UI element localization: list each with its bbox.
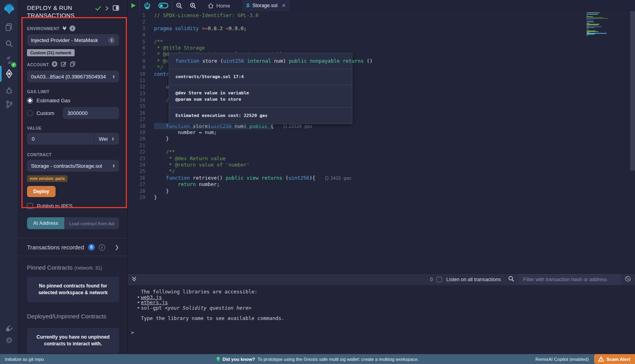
environment-info-icon[interactable]: i (69, 25, 75, 31)
account-stepper-icon: ▲▼ (111, 75, 115, 79)
icon-rail: ✓ ⚙ (0, 0, 18, 354)
git-init-button[interactable]: Initialize as git repo (5, 357, 44, 362)
at-address-button[interactable]: At Address (27, 217, 64, 229)
remix-logo-icon[interactable] (0, 1, 18, 17)
line-numbers: 1234567891011121314151617181920212223242… (128, 12, 154, 201)
code-line (154, 32, 351, 38)
editor-toolbar: Home S Storage.sol ✕ (128, 0, 635, 11)
transactions-info-icon[interactable]: i (99, 244, 105, 251)
line-number: 8 (128, 58, 145, 64)
custom-gas-radio[interactable] (27, 110, 33, 116)
minimap[interactable] (587, 12, 610, 36)
custom-gas-input[interactable] (63, 107, 119, 119)
lightbulb-icon (216, 356, 220, 362)
minimap-line (587, 28, 589, 29)
minimap-line (587, 14, 598, 15)
environment-label: ENVIRONMENT (27, 26, 60, 31)
account-label: ACCOUNT (27, 62, 49, 67)
transaction-filter-input[interactable] (518, 274, 621, 285)
terminal-lib-web3: web3.js (128, 295, 635, 300)
tab-storage-sol[interactable]: S Storage.sol ✕ (241, 0, 291, 11)
terminal-search-icon[interactable] (508, 276, 514, 284)
solidity-file-icon: S (246, 3, 250, 8)
copy-account-icon[interactable] (70, 61, 75, 68)
estimated-gas-label: Estimated Gas (37, 98, 70, 103)
line-number: 6 (128, 45, 145, 51)
line-number: 14 (128, 97, 145, 103)
search-icon[interactable] (0, 36, 18, 52)
zoom-out-icon (176, 2, 183, 9)
minimap-line (587, 36, 587, 36)
editor-scrollbar[interactable] (630, 11, 635, 171)
gas-pump-icon (284, 125, 287, 128)
minimap-line (587, 17, 603, 18)
value-unit: Wei (99, 136, 108, 142)
tooltip-doc-line: @param num value to store (175, 96, 346, 103)
pin-panel-icon[interactable] (113, 5, 119, 12)
main-area: Home S Storage.sol ✕ 1234567891011121314… (128, 0, 635, 354)
terminal[interactable]: The following libraries are accessible: … (128, 285, 635, 354)
estimated-gas-radio[interactable] (27, 98, 33, 103)
environment-select[interactable]: Injected Provider - MetaMask ▲▼ (27, 34, 119, 46)
panel-expand-icon[interactable] (105, 5, 109, 12)
code-line: return number; (154, 181, 351, 188)
terminal-collapse-icon[interactable] (132, 276, 137, 283)
zoom-in-button[interactable] (186, 0, 200, 11)
custom-gas-label: Custom (37, 110, 59, 116)
minimap-line (587, 18, 608, 19)
line-number: 16 (128, 110, 145, 116)
tab-close-icon[interactable]: ✕ (282, 3, 286, 8)
contract-stepper-icon: ▲▼ (111, 164, 115, 168)
evm-version-badge: evm version: paris (27, 175, 67, 182)
debugger-icon[interactable] (0, 82, 18, 98)
minimap-line (587, 34, 595, 34)
account-select[interactable]: 0xA03...85ac4 (0.398673504934 ▲▼ (27, 71, 119, 82)
code-line: * @return value of 'number' (154, 162, 351, 168)
file-explorer-icon[interactable] (0, 19, 18, 35)
deploy-run-panel: DEPLOY & RUN TRANSACTIONS ENVIRONMENT i … (19, 0, 128, 354)
code-line: } (154, 194, 351, 201)
line-number: 21 (128, 142, 145, 149)
run-script-button[interactable] (128, 0, 139, 11)
zoom-out-button[interactable] (172, 0, 186, 11)
network-badge: Custom (31) network (27, 49, 75, 56)
sign-message-icon[interactable] (61, 61, 67, 68)
deploy-button[interactable]: Deploy (27, 186, 56, 197)
at-address-input[interactable] (64, 217, 119, 229)
publish-ipfs-checkbox[interactable] (27, 203, 33, 209)
contract-label: CONTRACT (27, 152, 52, 157)
line-number: 12 (128, 84, 145, 90)
terminal-hint: Type the library name to see available c… (128, 316, 635, 321)
deploy-run-icon[interactable] (0, 66, 18, 82)
minimap-line (587, 27, 595, 28)
publish-ipfs-label: Publish to IPFS (37, 203, 73, 209)
create-account-icon[interactable] (52, 61, 58, 68)
copilot-status[interactable]: RemixAI Copilot (enabled) (535, 357, 589, 362)
contract-select[interactable]: Storage - contracts/Storage.sol ▲▼ (27, 160, 119, 172)
toggle-on-icon (158, 3, 168, 8)
plug-icon[interactable] (62, 26, 67, 31)
git-icon[interactable] (0, 96, 18, 112)
ai-copilot-button[interactable] (140, 0, 155, 11)
code-line: */ (154, 168, 351, 174)
tab-home[interactable]: Home (202, 0, 236, 11)
value-input[interactable] (27, 133, 94, 145)
minimap-line (587, 27, 602, 27)
copilot-toggle[interactable] (155, 0, 172, 11)
value-unit-select[interactable]: Wei ▲▼ (94, 133, 119, 145)
tooltip-cost: Estimated execution cost: 22520 gas (169, 108, 352, 124)
code-editor[interactable]: 1234567891011121314151617181920212223242… (128, 11, 635, 284)
listen-transactions-checkbox[interactable] (437, 277, 442, 282)
code-line: number = num; (154, 129, 351, 136)
scam-alert-button[interactable]: Scam Alert (594, 354, 635, 364)
clear-terminal-icon[interactable] (625, 276, 631, 284)
line-number: 17 (128, 116, 145, 123)
settings-icon[interactable]: ⚙ (0, 332, 18, 348)
line-number: 27 (128, 181, 145, 188)
transactions-expand-icon[interactable]: ❯ (115, 244, 119, 250)
terminal-prompt[interactable]: > (128, 330, 635, 335)
unit-stepper-icon: ▲▼ (110, 137, 114, 141)
select-stepper-icon: ▲▼ (108, 37, 115, 44)
minimap-line (587, 21, 594, 22)
code-line: } (154, 136, 351, 142)
